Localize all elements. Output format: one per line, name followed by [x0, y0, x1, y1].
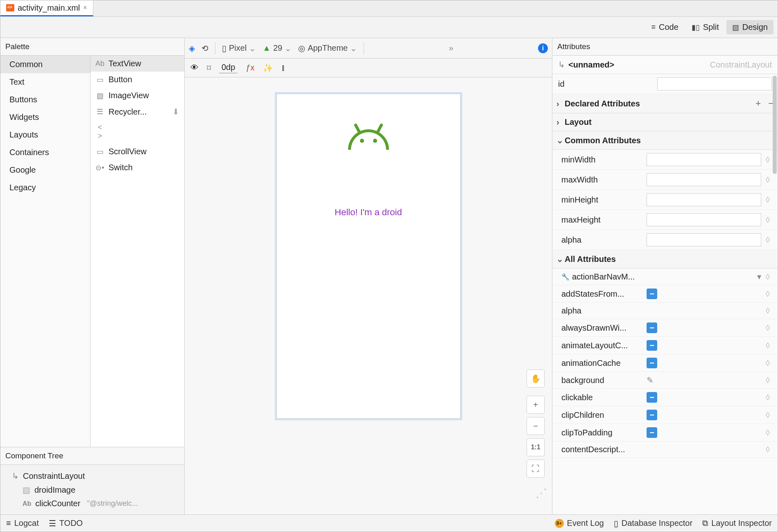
- bool-toggle[interactable]: −: [647, 410, 657, 420]
- theme-picker[interactable]: ◎ AppTheme ⌄: [298, 43, 357, 53]
- palette-category-buttons[interactable]: Buttons: [0, 91, 90, 108]
- flag-icon[interactable]: ◊: [764, 215, 772, 225]
- all-attributes-section[interactable]: ⌄ All Attributes: [552, 250, 778, 268]
- canvas-toolbar-1: ◈ ⟲ ▯ Pixel ⌄ ▲ 29 ⌄ ◎ AppTheme ⌄: [185, 38, 552, 59]
- flag-icon[interactable]: ◊: [764, 306, 772, 316]
- flag-icon[interactable]: ◊: [764, 341, 772, 350]
- tree-click-counter[interactable]: Ab clickCounter "@string/welc...: [4, 497, 181, 510]
- scrollbar-thumb[interactable]: [773, 76, 777, 174]
- chevron-down-icon: ⌄: [556, 135, 565, 145]
- surface-select-button[interactable]: ◈: [189, 43, 195, 53]
- zoom-reset-button[interactable]: 1:1: [527, 438, 545, 456]
- attr-input[interactable]: [647, 213, 761, 226]
- attr-input[interactable]: [647, 233, 761, 246]
- attr-input[interactable]: [647, 193, 761, 206]
- zoom-fit-button[interactable]: ⛶: [527, 460, 545, 478]
- layout-inspector-button[interactable]: ⧉Layout Inspector: [702, 518, 772, 528]
- palette-category-google[interactable]: Google: [0, 161, 90, 179]
- attributes-scroll[interactable]: id › Declared Attributes +− › Layout ⌄ C…: [552, 74, 778, 514]
- bool-toggle[interactable]: −: [647, 322, 657, 333]
- visibility-icon[interactable]: 👁: [190, 63, 199, 72]
- magnet-icon[interactable]: ⌑: [207, 63, 211, 73]
- palette-category-common[interactable]: Common: [0, 56, 90, 73]
- design-icon: ▧: [732, 23, 739, 32]
- palette-category-widgets[interactable]: Widgets: [0, 108, 90, 126]
- bool-toggle[interactable]: −: [647, 392, 657, 403]
- device-picker[interactable]: ▯ Pixel ⌄: [222, 43, 256, 53]
- resize-grip-icon[interactable]: ⋰: [536, 486, 547, 500]
- palette-category-containers[interactable]: Containers: [0, 144, 90, 161]
- view-split-button[interactable]: ▮▯ Split: [686, 20, 725, 34]
- design-surface[interactable]: Hello! I'm a droid ✋ + − 1:1 ⛶ ⋰: [185, 77, 552, 514]
- palette-category-text[interactable]: Text: [0, 73, 90, 91]
- default-margin[interactable]: 0dp: [219, 63, 237, 73]
- api-picker[interactable]: ▲ 29 ⌄: [262, 43, 292, 53]
- flag-icon[interactable]: ◊: [764, 195, 772, 205]
- guidelines-icon[interactable]: ⫿: [281, 63, 285, 72]
- declared-attributes-section[interactable]: › Declared Attributes +−: [552, 94, 778, 113]
- add-attribute-button[interactable]: +: [755, 98, 761, 109]
- flag-icon[interactable]: ◊: [764, 393, 772, 402]
- attributes-panel: Attributes ↳ <unnamed> ConstraintLayout …: [552, 38, 778, 514]
- layout-section[interactable]: › Layout: [552, 113, 778, 131]
- view-design-button[interactable]: ▧ Design: [726, 20, 773, 34]
- tree-root[interactable]: ↳ ConstraintLayout: [4, 469, 181, 483]
- chevron-down-icon: ⌄: [249, 43, 256, 53]
- flag-icon[interactable]: ◊: [764, 289, 772, 299]
- dropdown-toggle[interactable]: ▾: [757, 272, 761, 282]
- pan-button[interactable]: ✋: [527, 370, 545, 388]
- close-icon[interactable]: ×: [83, 4, 87, 11]
- tab-activity-main[interactable]: activity_main.xml ×: [0, 0, 93, 16]
- database-inspector-button[interactable]: ▯Database Inspector: [614, 518, 692, 528]
- color-picker-icon[interactable]: ✎: [647, 375, 654, 385]
- todo-button[interactable]: ☰TODO: [49, 518, 83, 528]
- palette-category-legacy[interactable]: Legacy: [0, 179, 90, 196]
- event-log-button[interactable]: 9+Event Log: [555, 518, 604, 528]
- palette-item[interactable]: ▧ImageView: [90, 88, 184, 104]
- phone-icon: ▯: [222, 43, 226, 53]
- palette-item[interactable]: ☰Recycler...⬇: [90, 104, 184, 120]
- orientation-button[interactable]: ⟲: [201, 43, 208, 53]
- clear-constraints-icon[interactable]: ƒx: [246, 63, 254, 72]
- bool-toggle[interactable]: −: [647, 340, 657, 351]
- xml-file-icon: [6, 4, 14, 11]
- palette-item[interactable]: ▭ScrollView: [90, 144, 184, 160]
- flag-icon[interactable]: ◊: [764, 410, 772, 420]
- view-code-button[interactable]: ≡ Code: [646, 20, 684, 34]
- flag-icon[interactable]: ◊: [764, 428, 772, 437]
- palette-item[interactable]: AbTextView: [90, 56, 184, 72]
- flag-icon[interactable]: ◊: [764, 155, 772, 165]
- logcat-button[interactable]: ≡Logcat: [6, 518, 39, 528]
- zoom-out-button[interactable]: −: [527, 417, 545, 435]
- attr-input[interactable]: [647, 173, 761, 186]
- infer-constraints-icon[interactable]: ✨: [263, 63, 273, 73]
- image-icon: ▧: [23, 485, 30, 495]
- overflow-icon[interactable]: »: [449, 43, 453, 53]
- bool-toggle[interactable]: −: [647, 427, 657, 438]
- flag-icon[interactable]: ◊: [764, 272, 772, 282]
- palette-item[interactable]: < >: [90, 120, 184, 144]
- flag-icon[interactable]: ◊: [764, 175, 772, 185]
- flag-icon[interactable]: ◊: [764, 323, 772, 333]
- flag-icon[interactable]: ◊: [764, 445, 772, 454]
- bool-toggle[interactable]: −: [647, 289, 657, 299]
- attr-input[interactable]: [647, 153, 761, 166]
- device-preview[interactable]: Hello! I'm a droid: [276, 94, 461, 419]
- common-attributes-section[interactable]: ⌄ Common Attributes: [552, 131, 778, 150]
- palette-item[interactable]: ⊝•Switch: [90, 160, 184, 176]
- droid-image-preview[interactable]: [346, 129, 391, 158]
- palette-item[interactable]: ▭Button: [90, 72, 184, 88]
- zoom-in-button[interactable]: +: [527, 396, 545, 414]
- bool-toggle[interactable]: −: [647, 358, 657, 368]
- attr-row: minWidth◊: [552, 150, 778, 170]
- palette-category-layouts[interactable]: Layouts: [0, 126, 90, 144]
- info-icon[interactable]: i: [538, 43, 548, 53]
- flag-icon[interactable]: ◊: [764, 235, 772, 245]
- tree-droid-image[interactable]: ▧ droidImage: [4, 483, 181, 497]
- flag-icon[interactable]: ◊: [764, 358, 772, 368]
- main-body: Palette CommonTextButtonsWidgetsLayoutsC…: [0, 38, 778, 514]
- hello-text-preview[interactable]: Hello! I'm a droid: [277, 207, 460, 218]
- download-icon[interactable]: ⬇: [172, 107, 179, 117]
- flag-icon[interactable]: ◊: [764, 376, 772, 385]
- attr-id-input[interactable]: [657, 77, 772, 90]
